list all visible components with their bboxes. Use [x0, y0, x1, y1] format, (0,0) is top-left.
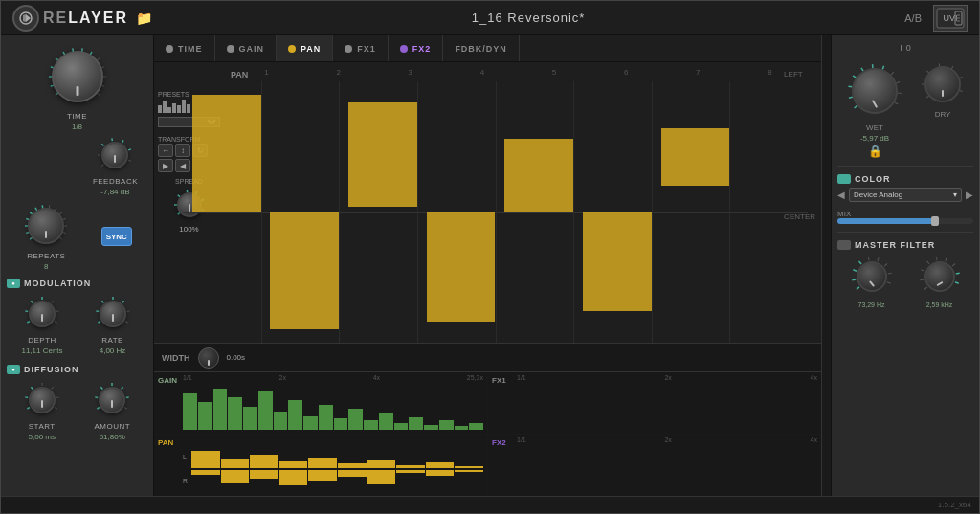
mix-thumb[interactable]	[931, 216, 939, 226]
svg-line-97	[877, 257, 878, 261]
svg-line-92	[856, 287, 858, 290]
pan-l-bar-10	[455, 466, 483, 468]
gain-bar-6	[258, 391, 273, 430]
filter-high-group: 2,59 kHz	[917, 254, 963, 308]
color-toggle[interactable]	[837, 174, 851, 184]
tab-pan[interactable]: PAN	[277, 35, 333, 61]
depth-knob-group: DEPTH 11,11 Cents	[21, 294, 62, 355]
mix-fill	[837, 218, 935, 224]
filter-high-knob[interactable]	[924, 261, 955, 292]
svg-line-93	[852, 279, 856, 280]
gain-axis-1: 1/1	[183, 374, 192, 381]
gain-bar-11	[334, 418, 348, 430]
time-knob[interactable]	[52, 51, 103, 102]
modulation-title: MODULATION	[24, 279, 91, 288]
color-select-box[interactable]: Device Analog ▾	[849, 188, 962, 202]
logo-icon	[12, 5, 39, 32]
mix-slider[interactable]	[837, 218, 973, 224]
transform-btn-flip-h[interactable]: ↔	[158, 144, 173, 157]
bottom-bar: 1.5.2_x64	[1, 496, 979, 513]
pan-r-bars	[191, 470, 483, 492]
rate-knob[interactable]	[100, 301, 126, 327]
pan-bar-5[interactable]	[504, 139, 573, 212]
pan-l-bar-3	[250, 455, 278, 468]
tab-fx2-dot	[400, 45, 408, 53]
fx2-axis-3: 4x	[811, 436, 817, 443]
pan-bar-2[interactable]	[270, 212, 339, 330]
fx2-bars	[517, 446, 817, 492]
pan-bar-6[interactable]	[583, 212, 652, 312]
svg-line-23	[129, 149, 132, 150]
dry-knob[interactable]	[924, 66, 961, 102]
diffusion-toggle[interactable]: ●	[7, 365, 20, 374]
filter-low-ring	[849, 254, 895, 300]
tab-gain[interactable]: GAIN	[215, 35, 278, 61]
color-arrow-right[interactable]: ▶	[966, 190, 973, 200]
wet-knob[interactable]	[852, 68, 898, 114]
gain-bar-16	[409, 417, 423, 430]
beat-2: 2	[336, 68, 340, 77]
svg-line-55	[31, 387, 33, 389]
pan-bar-3[interactable]	[348, 102, 417, 207]
fx1-bars	[517, 384, 817, 430]
svg-line-58	[56, 397, 59, 398]
pan-bar-4[interactable]	[427, 212, 496, 323]
pan-editor: PRESETS TRANSFORM	[154, 62, 821, 371]
gain-bar-19	[455, 426, 469, 430]
grid-v2	[339, 81, 340, 343]
gain-chart: GAIN 1/1 2x 4x 25,3x	[154, 372, 487, 434]
ab-button[interactable]: A/B	[904, 12, 922, 24]
tab-pan-label: PAN	[301, 44, 321, 54]
repeats-row: REPEATS 8 SYNC	[7, 202, 147, 271]
repeats-ring	[22, 202, 70, 250]
header-title: 1_16 Reversonic*	[472, 11, 586, 25]
pan-r-bar-2	[221, 470, 250, 483]
beat-8: 8	[768, 68, 771, 77]
pan-r-bar-10	[455, 470, 483, 472]
tab-fx2[interactable]: FX2	[389, 35, 444, 61]
gain-bar-14	[379, 413, 393, 430]
tab-fx1[interactable]: FX1	[333, 35, 389, 61]
modulation-toggle[interactable]: ●	[7, 279, 20, 288]
tab-time[interactable]: TIME	[154, 35, 215, 61]
start-knob[interactable]	[29, 387, 56, 413]
grid-v7	[729, 81, 730, 343]
svg-line-39	[27, 322, 30, 324]
beat-numbers: 1 2 3 4 5 6 7 8	[231, 62, 806, 81]
color-arrow-left[interactable]: ◀	[837, 190, 845, 200]
sync-button[interactable]: SYNC	[101, 227, 132, 246]
pan-r-bar-8	[396, 470, 425, 473]
depth-knob[interactable]	[29, 301, 56, 327]
fx2-chart: FX2 1/1 2x 4x	[488, 435, 821, 496]
pan-r-bar-5	[308, 470, 337, 481]
master-filter-toggle[interactable]	[837, 240, 851, 250]
beat-1: 1	[264, 68, 268, 77]
scrollbar[interactable]	[821, 35, 831, 496]
svg-line-108	[955, 273, 959, 274]
folder-icon[interactable]: 📁	[136, 11, 152, 26]
filter-low-knob[interactable]	[857, 261, 887, 292]
svg-line-67	[177, 212, 179, 214]
pan-mini-chart: PAN L	[154, 435, 487, 496]
svg-line-53	[27, 408, 30, 410]
svg-line-99	[887, 273, 891, 274]
pan-bar-7[interactable]	[661, 128, 730, 186]
svg-line-109	[954, 282, 958, 283]
width-knob[interactable]	[198, 347, 219, 369]
repeats-knob[interactable]	[28, 208, 64, 244]
pan-bar-1[interactable]	[192, 95, 261, 212]
color-header: COLOR	[837, 174, 973, 184]
gain-chart-label: GAIN	[158, 376, 177, 385]
gain-bar-20	[469, 423, 483, 430]
logo-re: RE	[43, 10, 68, 26]
tab-fx2-label: FX2	[412, 44, 432, 54]
gain-bar-4	[228, 397, 242, 430]
tab-fdbk[interactable]: FDBK/DYN	[443, 35, 520, 61]
io-o-label: 0	[906, 43, 911, 53]
preset-bar-1	[158, 105, 162, 113]
transform-btn-skip-fwd[interactable]: ▶	[158, 159, 173, 172]
preset-bar-2	[163, 101, 167, 113]
rate-ring	[93, 294, 133, 334]
svg-line-51	[126, 311, 129, 312]
beat-6: 6	[624, 68, 628, 77]
